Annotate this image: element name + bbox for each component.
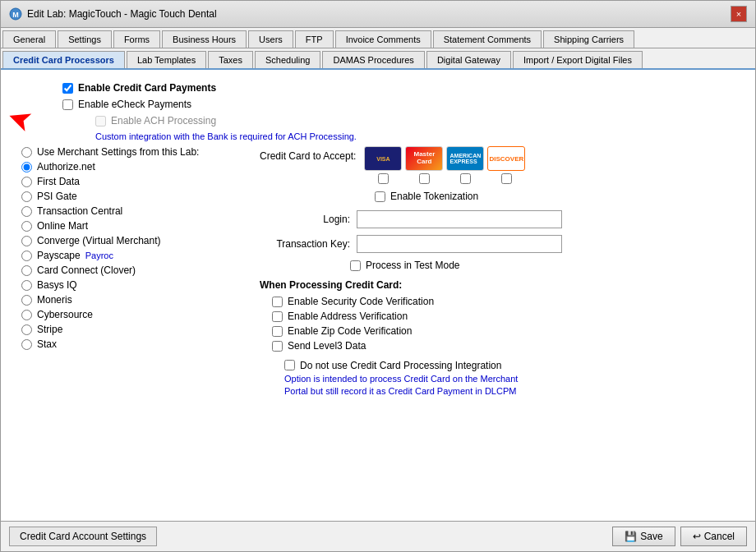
enable-security-code-checkbox[interactable] — [272, 297, 283, 307]
amex-checkbox[interactable] — [460, 173, 471, 184]
option-text-line1: Option is intended to process Credit Car… — [284, 374, 743, 384]
ach-note: Custom integration with the Bank is requ… — [95, 131, 743, 141]
title-bar: M Edit Lab: MagicTouch - Magic Touch Den… — [1, 1, 755, 28]
enable-credit-card-checkbox[interactable] — [62, 83, 73, 94]
radio-transaction-central[interactable] — [21, 206, 32, 217]
radio-moneris[interactable] — [21, 295, 32, 306]
radio-online-mart-label: Online Mart — [37, 220, 88, 232]
discover-checkbox[interactable] — [501, 173, 512, 184]
enable-tokenization-checkbox[interactable] — [375, 191, 385, 202]
processor-online-mart: Online Mart — [21, 220, 243, 232]
processor-moneris: Moneris — [21, 294, 243, 306]
tab-bar-1: General Settings Forms Business Hours Us… — [1, 28, 755, 48]
tab-scheduling[interactable]: Scheduling — [255, 51, 320, 68]
enable-echeck-label: Enable eCheck Payments — [78, 99, 191, 110]
tab-damas[interactable]: DAMAS Procedures — [322, 51, 424, 68]
enable-ach-label: Enable ACH Processing — [111, 115, 216, 126]
enable-credit-card-row: Enable Credit Card Payments — [62, 82, 743, 94]
tab-forms[interactable]: Forms — [113, 30, 160, 48]
cancel-label: Cancel — [704, 531, 735, 542]
enable-address-checkbox[interactable] — [272, 311, 283, 322]
radio-psi-gate[interactable] — [21, 191, 32, 202]
enable-tokenization-label: Enable Tokenization — [390, 191, 478, 202]
process-test-mode-label: Process in Test Mode — [366, 260, 460, 271]
tab-import-export[interactable]: Import / Export Digital Files — [513, 51, 643, 68]
radio-basys-iq[interactable] — [21, 280, 32, 291]
do-not-use-checkbox[interactable] — [284, 360, 295, 370]
when-processing-section: When Processing Credit Card: Enable Secu… — [260, 279, 743, 352]
tab-users[interactable]: Users — [248, 30, 293, 48]
do-not-use-row: Do not use Credit Card Processing Integr… — [284, 360, 743, 371]
zip-code-row: Enable Zip Code Verification — [272, 325, 743, 337]
radio-transaction-central-label: Transaction Central — [37, 205, 122, 217]
radio-stax[interactable] — [21, 339, 32, 350]
tab-general[interactable]: General — [2, 30, 56, 48]
window-title: Edit Lab: MagicTouch - Magic Touch Denta… — [27, 8, 217, 20]
app-icon: M — [9, 7, 22, 21]
processor-stax: Stax — [21, 338, 243, 350]
cancel-button[interactable]: ↩ Cancel — [680, 527, 747, 546]
radio-moneris-label: Moneris — [37, 294, 72, 306]
radio-merchant-settings[interactable] — [21, 147, 32, 158]
when-processing-title: When Processing Credit Card: — [260, 279, 743, 291]
close-button[interactable]: × — [731, 6, 747, 22]
cancel-icon: ↩ — [693, 531, 701, 542]
tab-lab-templates[interactable]: Lab Templates — [127, 51, 206, 68]
two-column-layout: Use Merchant Settings from this Lab: Aut… — [13, 146, 743, 396]
processor-authorize-net: Authorize.net — [21, 161, 243, 172]
account-settings-button[interactable]: Credit Card Account Settings — [9, 527, 157, 546]
save-icon: 💾 — [625, 531, 637, 542]
visa-card-icon: VISA — [364, 146, 402, 171]
do-not-use-label: Do not use Credit Card Processing Integr… — [300, 360, 501, 371]
radio-first-data[interactable] — [21, 177, 32, 187]
tokenization-row: Enable Tokenization — [375, 191, 743, 202]
tab-shipping-carriers[interactable]: Shipping Carriers — [543, 30, 634, 48]
transaction-key-input[interactable] — [357, 235, 562, 253]
mc-checkbox-item — [405, 173, 443, 184]
tab-statement-comments[interactable]: Statement Comments — [433, 30, 542, 48]
tab-ftp[interactable]: FTP — [295, 30, 334, 48]
process-test-mode-checkbox[interactable] — [350, 260, 361, 271]
tab-digital-gateway[interactable]: Digital Gateway — [426, 51, 511, 68]
enable-echeck-checkbox[interactable] — [62, 99, 73, 110]
radio-authorize-net[interactable] — [21, 162, 32, 172]
credit-card-accept-label: Credit Card to Accept: — [260, 146, 356, 162]
tab-taxes[interactable]: Taxes — [208, 51, 253, 68]
visa-checkbox[interactable] — [378, 173, 389, 184]
send-level3-row: Send Level3 Data — [272, 340, 743, 352]
send-level3-checkbox[interactable] — [272, 341, 283, 352]
radio-payscape[interactable] — [21, 251, 32, 261]
radio-converge-label: Converge (Virtual Merchant) — [37, 235, 161, 246]
radio-converge[interactable] — [21, 236, 32, 246]
mastercard-icon: MasterCard — [405, 146, 443, 171]
tab-settings[interactable]: Settings — [58, 30, 112, 48]
bottom-bar: Credit Card Account Settings 💾 Save ↩ Ca… — [1, 521, 755, 551]
amex-checkbox-item — [446, 173, 484, 184]
radio-card-connect[interactable] — [21, 265, 32, 276]
radio-cybersource[interactable] — [21, 310, 32, 320]
enable-credit-card-label: Enable Credit Card Payments — [78, 82, 216, 94]
processor-card-connect: Card Connect (Clover) — [21, 264, 243, 276]
mastercard-checkbox[interactable] — [419, 173, 430, 184]
enable-ach-checkbox[interactable] — [95, 116, 106, 126]
processor-psi-gate: PSI Gate — [21, 191, 243, 202]
tab-business-hours[interactable]: Business Hours — [162, 30, 247, 48]
security-code-row: Enable Security Code Verification — [272, 296, 743, 307]
arrow-indicator: ➤ — [2, 99, 38, 140]
tab-credit-card-processors[interactable]: Credit Card Processors — [2, 51, 125, 68]
radio-online-mart[interactable] — [21, 221, 32, 232]
radio-card-connect-label: Card Connect (Clover) — [37, 264, 136, 276]
radio-stripe[interactable] — [21, 324, 32, 335]
credit-card-icons: VISA MasterCard AMERICANEXPRESS DISCOVER — [364, 146, 525, 184]
radio-first-data-label: First Data — [37, 176, 80, 187]
tab-invoice-comments[interactable]: Invoice Comments — [335, 30, 431, 48]
enable-zip-checkbox[interactable] — [272, 326, 283, 337]
address-verification-row: Enable Address Verification — [272, 310, 743, 322]
processor-payscape: Payscape Payroc — [21, 250, 243, 261]
processor-transaction-central: Transaction Central — [21, 205, 243, 217]
processor-first-data: First Data — [21, 176, 243, 187]
login-input[interactable] — [357, 210, 562, 228]
payroc-link[interactable]: Payroc — [85, 251, 113, 260]
radio-authorize-net-label: Authorize.net — [37, 161, 95, 172]
save-button[interactable]: 💾 Save — [612, 527, 675, 546]
